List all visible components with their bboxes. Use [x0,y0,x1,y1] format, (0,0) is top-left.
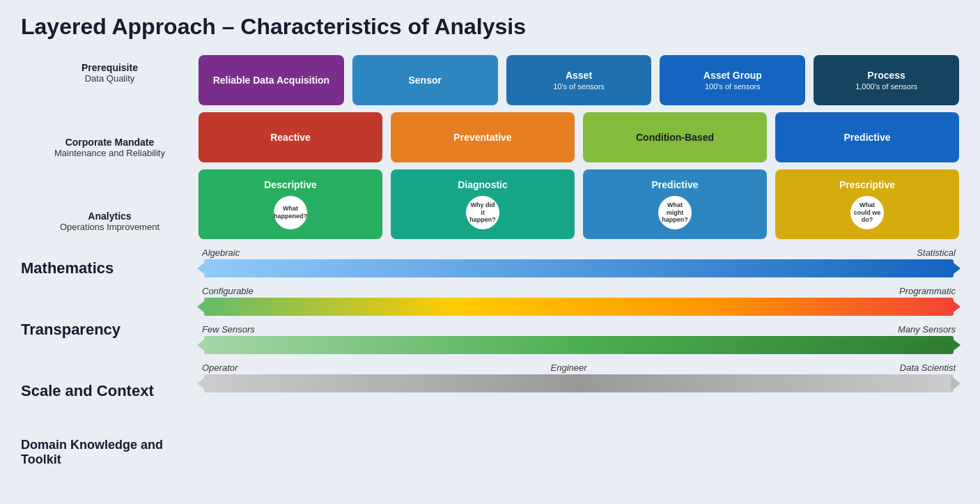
domain-right: Data Scientist [900,362,956,373]
math-arrow-left [197,261,207,276]
domain-arrow-container [204,374,954,392]
math-annotation: Algebraic Statistical [199,247,959,258]
transparency-arrow-left [197,299,207,314]
card-reactive: Reactive [199,112,382,162]
math-arrow-container [204,259,954,277]
badge-predictive: What might happen? [658,196,692,229]
badge-descriptive: What happened? [274,196,307,229]
label-prerequisite: Prerequisite Data Quality [21,55,199,91]
scale-left: Few Sensors [202,324,255,335]
domain-arrow-right [951,376,960,391]
mathematics-arrow-row: Algebraic Statistical [199,247,959,277]
transparency-right: Programmatic [899,286,956,296]
math-arrow-right [951,261,960,276]
main-grid: Prerequisite Data Quality Corporate Mand… [21,55,959,239]
card-asset-group: Asset Group 100's of sensors [660,55,805,105]
card-descriptive: Descriptive What happened? [199,169,382,239]
card-predictive-maint: Predictive [775,112,959,162]
label-analytics: Analytics Operations Improvement [21,204,199,239]
cards-column: Reliable Data Acquisition Sensor Asset 1… [199,55,959,239]
label-scale: Scale and Context [21,370,199,412]
card-diagnostic: Diagnostic Why did it happen? [391,169,575,239]
transparency-arrow-container [204,298,954,316]
badge-diagnostic: Why did it happen? [466,196,499,229]
label-mathematics: Mathematics [21,247,199,289]
domain-arrow-left [197,376,207,391]
transparency-arrow-row: Configurable Programmatic [199,286,959,316]
label-corporate-mandate: Corporate Mandate Maintenance and Reliab… [21,130,199,165]
labels-column: Prerequisite Data Quality Corporate Mand… [21,55,199,239]
domain-left: Operator [202,362,238,373]
page-title: Layered Approach – Characteristics of An… [21,14,959,40]
row-prerequisite: Reliable Data Acquisition Sensor Asset 1… [199,55,959,105]
row-corporate-mandate: Reactive Preventative Condition-Based Pr… [199,112,959,162]
math-right: Statistical [917,247,956,258]
scale-arrow-left [197,337,207,353]
transparency-annotation: Configurable Programmatic [199,286,959,296]
domain-arrow-bar [204,374,954,392]
card-condition-based: Condition-Based [583,112,767,162]
transparency-arrow-right [951,299,960,314]
domain-mid: Engineer [551,362,587,373]
domain-arrow-row: Operator Engineer Data Scientist [199,362,959,392]
badge-prescriptive: What could we do? [850,196,884,229]
math-left: Algebraic [202,247,240,258]
scale-arrow-right [951,337,960,353]
math-arrow-bar [204,259,954,277]
row-analytics: Descriptive What happened? Diagnostic Wh… [199,169,959,239]
domain-annotation: Operator Engineer Data Scientist [199,362,959,373]
scale-right: Many Sensors [898,324,956,335]
arrows-column: Algebraic Statistical Configurable Progr… [199,247,959,473]
label-domain-knowledge: Domain Knowledge and Toolkit [21,432,199,473]
card-predictive-analytics: Predictive What might happen? [583,169,767,239]
card-process: Process 1,000's of sensors [814,55,959,105]
arrow-labels-column: Mathematics Transparency Scale and Conte… [21,247,199,473]
card-preventative: Preventative [391,112,575,162]
card-reliable-data: Reliable Data Acquisition [199,55,344,105]
scale-arrow-container [204,336,954,354]
scale-annotation: Few Sensors Many Sensors [199,324,959,335]
transparency-left: Configurable [202,286,254,296]
card-prescriptive: Prescriptive What could we do? [775,169,959,239]
scale-arrow-row: Few Sensors Many Sensors [199,324,959,354]
transparency-arrow-bar [204,298,954,316]
label-transparency: Transparency [21,309,199,351]
card-sensor: Sensor [352,55,498,105]
card-asset: Asset 10's of sensors [506,55,652,105]
scale-arrow-bar [204,336,954,354]
arrows-section: Mathematics Transparency Scale and Conte… [21,247,959,473]
